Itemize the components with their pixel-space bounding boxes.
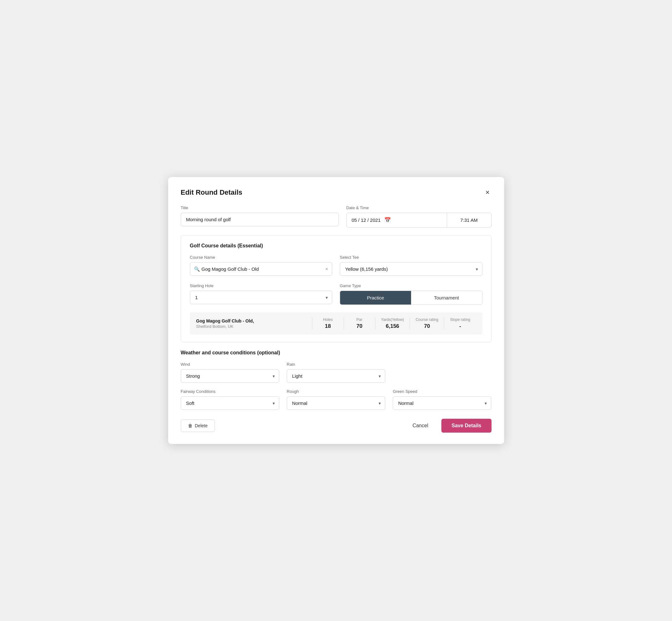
- datetime-label: Date & Time: [346, 205, 492, 210]
- holes-stat: Holes 18: [312, 318, 344, 329]
- save-button[interactable]: Save Details: [442, 419, 491, 432]
- select-tee-wrapper: Yellow (6,156 yards) White Red Blue ▾: [340, 262, 482, 276]
- footer-right: Cancel Save Details: [407, 419, 491, 432]
- starting-hole-wrapper: 123 456 78910 ▾: [190, 291, 333, 304]
- search-icon: 🔍: [194, 266, 200, 272]
- conditions-grid: Wind StrongLightModerateNone ▾ Rain Ligh…: [181, 362, 492, 410]
- rough-field-group: Rough NormalSoftHardVery Rough ▾: [287, 389, 385, 410]
- fairway-field-group: Fairway Conditions SoftNormalHardWet ▾: [181, 389, 279, 410]
- yards-stat: Yards(Yellow) 6,156: [375, 318, 410, 329]
- par-value: 70: [356, 323, 363, 329]
- golf-course-section-title: Golf Course details (Essential): [190, 243, 482, 249]
- course-name-field-group: Course Name 🔍 ×: [190, 255, 333, 276]
- course-name-bold: Gog Magog Golf Club - Old,: [196, 318, 312, 323]
- starting-hole-field-group: Starting Hole 123 456 78910 ▾: [190, 283, 333, 305]
- title-input[interactable]: [181, 213, 339, 226]
- game-type-label: Game Type: [340, 283, 482, 288]
- modal-title: Edit Round Details: [181, 189, 243, 197]
- fairway-rough-green-row: Fairway Conditions SoftNormalHardWet ▾ R…: [181, 389, 492, 410]
- wind-dropdown[interactable]: StrongLightModerateNone: [181, 369, 279, 383]
- select-tee-field-group: Select Tee Yellow (6,156 yards) White Re…: [340, 255, 482, 276]
- rain-select-wrapper: LightNoneModerateHeavy ▾: [287, 369, 385, 383]
- trash-icon: 🗑: [188, 423, 193, 428]
- title-label: Title: [181, 205, 339, 210]
- time-field[interactable]: 7:31 AM: [447, 213, 491, 227]
- par-label: Par: [356, 318, 363, 322]
- time-value: 7:31 AM: [460, 217, 478, 223]
- calendar-icon: 📅: [384, 217, 391, 223]
- weather-section-title: Weather and course conditions (optional): [181, 350, 492, 356]
- game-type-field-group: Game Type Practice Tournament: [340, 283, 482, 305]
- rain-label: Rain: [287, 362, 385, 367]
- close-button[interactable]: ×: [484, 189, 492, 197]
- course-location: Shelford Bottom, UK: [196, 324, 312, 329]
- rain-dropdown[interactable]: LightNoneModerateHeavy: [287, 369, 385, 383]
- title-datetime-row: Title Date & Time 05 / 12 / 2021 📅 7:31 …: [181, 205, 492, 227]
- holes-label: Holes: [323, 318, 333, 322]
- practice-toggle-button[interactable]: Practice: [340, 291, 411, 304]
- datetime-field-group: Date & Time 05 / 12 / 2021 📅 7:31 AM: [346, 205, 492, 227]
- wind-rain-row: Wind StrongLightModerateNone ▾ Rain Ligh…: [181, 362, 492, 383]
- course-rating-value: 70: [424, 323, 430, 329]
- date-value: 05 / 12 / 2021: [352, 217, 381, 223]
- rain-field-group: Rain LightNoneModerateHeavy ▾: [287, 362, 385, 383]
- fairway-label: Fairway Conditions: [181, 389, 279, 394]
- green-speed-dropdown[interactable]: NormalSlowFastVery Fast: [393, 396, 491, 410]
- starting-hole-dropdown[interactable]: 123 456 78910: [190, 291, 333, 304]
- par-stat: Par 70: [344, 318, 375, 329]
- course-name-input[interactable]: [190, 262, 333, 276]
- modal-header: Edit Round Details ×: [181, 189, 492, 197]
- rough-dropdown[interactable]: NormalSoftHardVery Rough: [287, 396, 385, 410]
- course-rating-stat: Course rating 70: [410, 318, 444, 329]
- wind-label: Wind: [181, 362, 279, 367]
- title-field-group: Title: [181, 205, 339, 227]
- weather-section: Weather and course conditions (optional)…: [181, 350, 492, 410]
- delete-label: Delete: [195, 423, 208, 428]
- starting-hole-label: Starting Hole: [190, 283, 333, 288]
- clear-icon[interactable]: ×: [325, 266, 328, 272]
- rough-label: Rough: [287, 389, 385, 394]
- course-name-label: Course Name: [190, 255, 333, 260]
- holes-value: 18: [325, 323, 331, 329]
- wind-field-group: Wind StrongLightModerateNone ▾: [181, 362, 279, 383]
- course-tee-row: Course Name 🔍 × Select Tee Yellow (6,156…: [190, 255, 482, 276]
- delete-button[interactable]: 🗑 Delete: [181, 419, 215, 432]
- yards-label: Yards(Yellow): [381, 318, 404, 322]
- golf-course-section: Golf Course details (Essential) Course N…: [181, 235, 492, 342]
- course-rating-label: Course rating: [416, 318, 438, 322]
- yards-value: 6,156: [386, 323, 400, 329]
- rough-select-wrapper: NormalSoftHardVery Rough ▾: [287, 396, 385, 410]
- date-field[interactable]: 05 / 12 / 2021 📅: [347, 213, 447, 227]
- course-name-search-wrapper: 🔍 ×: [190, 262, 333, 276]
- slope-rating-label: Slope rating: [450, 318, 470, 322]
- edit-round-modal: Edit Round Details × Title Date & Time 0…: [168, 177, 504, 444]
- fairway-dropdown[interactable]: SoftNormalHardWet: [181, 396, 279, 410]
- course-info-bar: Gog Magog Golf Club - Old, Shelford Bott…: [190, 313, 482, 334]
- tournament-toggle-button[interactable]: Tournament: [411, 291, 482, 304]
- cancel-button[interactable]: Cancel: [407, 420, 434, 432]
- slope-rating-value: -: [459, 323, 461, 329]
- game-type-toggle: Practice Tournament: [340, 291, 482, 305]
- green-speed-field-group: Green Speed NormalSlowFastVery Fast ▾: [393, 389, 491, 410]
- starting-hole-game-type-row: Starting Hole 123 456 78910 ▾ Game Type …: [190, 283, 482, 305]
- footer-row: 🗑 Delete Cancel Save Details: [181, 419, 492, 432]
- select-tee-dropdown[interactable]: Yellow (6,156 yards) White Red Blue: [340, 262, 482, 276]
- green-speed-label: Green Speed: [393, 389, 491, 394]
- date-time-group: 05 / 12 / 2021 📅 7:31 AM: [346, 213, 492, 227]
- green-speed-select-wrapper: NormalSlowFastVery Fast ▾: [393, 396, 491, 410]
- slope-rating-stat: Slope rating -: [444, 318, 476, 329]
- select-tee-label: Select Tee: [340, 255, 482, 260]
- course-info-name: Gog Magog Golf Club - Old, Shelford Bott…: [196, 318, 312, 329]
- wind-select-wrapper: StrongLightModerateNone ▾: [181, 369, 279, 383]
- fairway-select-wrapper: SoftNormalHardWet ▾: [181, 396, 279, 410]
